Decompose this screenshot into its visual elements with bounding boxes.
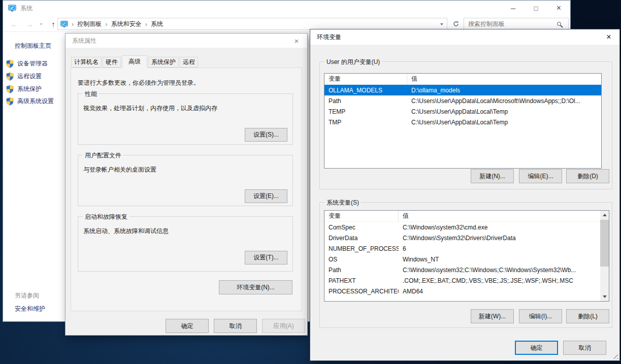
system-delete-button[interactable]: 删除(L)	[566, 309, 609, 323]
close-button[interactable]: ×	[598, 29, 619, 45]
group-description: 视觉效果，处理器计划，内存使用，以及虚拟内存	[83, 104, 217, 113]
tab-remote[interactable]: 远程	[180, 57, 198, 68]
system-edit-button[interactable]: 编辑(I)...	[519, 309, 562, 323]
table-row[interactable]: TEMP C:\Users\User\AppData\Local\Temp	[324, 106, 601, 117]
system-new-button[interactable]: 新建(W)...	[471, 309, 514, 323]
group-description: 与登录帐户相关的桌面设置	[83, 166, 156, 174]
tab-advanced[interactable]: 高级	[122, 55, 147, 68]
recent-locations-button[interactable]	[37, 16, 46, 32]
column-header-variable[interactable]: 变量	[324, 211, 399, 221]
title-bar[interactable]: 环境变量 ×	[310, 29, 619, 45]
resize-grip[interactable]	[612, 353, 618, 359]
user-new-button[interactable]: 新建(N)...	[471, 169, 514, 183]
vertical-scrollbar[interactable]	[600, 211, 609, 301]
sidebar-item-remote-settings[interactable]: 远程设置	[6, 72, 42, 81]
user-delete-button[interactable]: 删除(D)	[566, 169, 609, 183]
address-bar[interactable]: › 控制面板 › 系统和安全 › 系统	[57, 18, 447, 30]
cancel-button[interactable]: 取消	[214, 319, 257, 333]
column-header-value[interactable]: 值	[407, 74, 417, 84]
startup-recovery-settings-button[interactable]: 设置(T)...	[245, 251, 287, 264]
breadcrumb-system-security[interactable]: 系统和安全	[111, 20, 142, 28]
maximize-button[interactable]: □	[525, 1, 547, 16]
table-row[interactable]: Path C:\Windows\system32;C:\Windows;C:\W…	[324, 264, 601, 275]
variable-value: Windows_NT	[399, 256, 601, 263]
cancel-button[interactable]: 取消	[563, 341, 606, 355]
ok-button[interactable]: 确定	[515, 341, 558, 355]
tab-hardware[interactable]: 硬件	[103, 57, 121, 68]
user-profiles-group: 用户配置文件 与登录帐户相关的桌面设置 设置(E)...	[78, 155, 293, 206]
scroll-up-button[interactable]	[600, 211, 609, 219]
variable-value: C:\Windows\system32\cmd.exe	[399, 224, 601, 231]
scrollbar-thumb[interactable]	[600, 220, 609, 267]
table-row[interactable]: NUMBER_OF_PROCESSORS 6	[324, 243, 601, 254]
sidebar-item-system-protection[interactable]: 系统保护	[6, 85, 42, 93]
user-profiles-settings-button[interactable]: 设置(E)...	[245, 189, 287, 203]
computer-icon	[60, 20, 68, 28]
column-header-value[interactable]: 值	[399, 211, 409, 221]
table-rows-area: 变量 值 ComSpec C:\Windows\system32\cmd.exe…	[324, 211, 601, 296]
variable-name: Path	[324, 267, 399, 274]
sidebar-item-device-manager[interactable]: 设备管理器	[6, 59, 48, 68]
uac-shield-icon	[6, 97, 14, 106]
table-row[interactable]: TMP C:\Users\User\AppData\Local\Temp	[324, 117, 601, 127]
system-variables-table: 变量 值 ComSpec C:\Windows\system32\cmd.exe…	[324, 210, 609, 302]
breadcrumb-system[interactable]: 系统	[151, 20, 163, 28]
environment-variables-button[interactable]: 环境变量(N)...	[219, 280, 292, 294]
address-dropdown-button[interactable]	[437, 18, 447, 29]
user-edit-button[interactable]: 编辑(E)...	[519, 169, 562, 183]
chevron-down-icon	[40, 23, 43, 27]
search-input[interactable]: 搜索控制面板	[464, 18, 569, 30]
variable-name: PATHEXT	[324, 277, 399, 284]
table-header: 变量 值	[324, 211, 601, 222]
close-button[interactable]: ×	[286, 34, 307, 48]
computer-icon	[8, 4, 16, 12]
table-row-selected[interactable]: OLLAMA_MODELS D:\ollama_models	[324, 85, 601, 95]
back-button[interactable]: ←	[7, 16, 21, 32]
table-row[interactable]: ComSpec C:\Windows\system32\cmd.exe	[324, 222, 601, 233]
variable-name: TMP	[324, 119, 407, 126]
performance-settings-button[interactable]: 设置(S)...	[245, 128, 287, 142]
variable-name: ComSpec	[324, 224, 399, 231]
breadcrumb-separator: ›	[145, 20, 147, 28]
variable-name: OLLAMA_MODELS	[324, 87, 407, 94]
table-header: 变量 值	[324, 74, 601, 85]
title-bar[interactable]: 系统 ─ □ ×	[3, 1, 570, 16]
forward-button[interactable]: →	[22, 16, 37, 32]
table-row[interactable]: Path C:\Users\User\AppData\Local\Microso…	[324, 95, 601, 106]
variable-value: .COM;.EXE;.BAT;.CMD;.VBS;.VBE;.JS;.JSE;.…	[399, 277, 601, 284]
title-bar[interactable]: 系统属性 ×	[66, 34, 307, 48]
ok-button[interactable]: 确定	[166, 319, 209, 333]
uac-shield-icon	[6, 59, 14, 68]
scroll-down-button[interactable]	[600, 292, 609, 301]
refresh-button[interactable]	[450, 19, 462, 29]
system-variables-group: 系统变量(S) 变量 值 ComSpec C:\Windows\system32…	[319, 202, 612, 328]
breadcrumb-control-panel[interactable]: 控制面板	[77, 20, 102, 28]
see-also-header: 另请参阅	[15, 291, 39, 300]
sidebar-item-control-panel-home[interactable]: 控制面板主页	[15, 42, 51, 50]
table-row[interactable]: PROCESSOR_ARCHITECT... AMD64	[324, 286, 601, 296]
sidebar-item-security-maintenance[interactable]: 安全和维护	[15, 305, 45, 313]
close-button[interactable]: ×	[547, 1, 570, 16]
column-header-variable[interactable]: 变量	[324, 74, 407, 84]
sidebar-item-label: 系统保护	[17, 85, 42, 93]
sidebar-item-advanced-system-settings[interactable]: 高级系统设置	[6, 97, 54, 106]
group-label: 系统变量(S)	[324, 198, 361, 207]
tab-computer-name[interactable]: 计算机名	[71, 57, 102, 68]
search-placeholder: 搜索控制面板	[468, 20, 557, 28]
table-row[interactable]: PATHEXT .COM;.EXE;.BAT;.CMD;.VBS;.VBE;.J…	[324, 275, 601, 286]
admin-login-note: 要进行大多数更改，你必须作为管理员登录。	[78, 79, 200, 87]
minimize-button[interactable]: ─	[502, 1, 525, 16]
apply-button[interactable]: 应用(A)	[262, 319, 305, 333]
variable-value: AMD64	[399, 288, 601, 295]
table-row[interactable]: DriverData C:\Windows\System32\Drivers\D…	[324, 233, 601, 243]
variable-value: D:\ollama_models	[407, 87, 601, 94]
advanced-tab-page: 要进行大多数更改，你必须作为管理员登录。 性能 视觉效果，处理器计划，内存使用，…	[71, 68, 302, 311]
table-row[interactable]: OS Windows_NT	[324, 254, 601, 264]
environment-variables-dialog: 环境变量 × User 的用户变量(U) 变量 值 OLLAMA_MODELS …	[310, 29, 620, 361]
window-title: 系统	[20, 4, 32, 13]
dialog-title: 环境变量	[317, 33, 341, 42]
dialog-title: 系统属性	[72, 37, 96, 45]
refresh-icon	[452, 20, 460, 27]
group-label: 性能	[83, 90, 99, 98]
tab-system-protection[interactable]: 系统保护	[148, 57, 179, 68]
